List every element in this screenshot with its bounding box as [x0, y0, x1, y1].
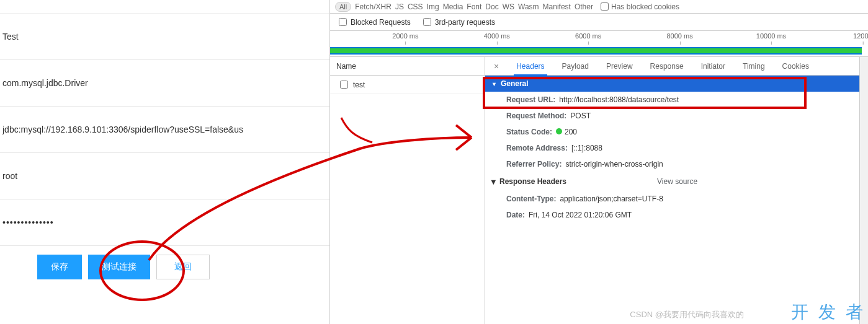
tab-timing[interactable]: Timing	[743, 62, 765, 71]
chevron-down-icon	[491, 79, 497, 88]
request-url-row: Request URL:http://localhost:8088/dataso…	[485, 92, 859, 108]
jdbc-url-field[interactable]: jdbc:mysql://192.168.9.101:3306/spiderfl…	[0, 107, 329, 153]
form-panel: Test com.mysql.jdbc.Driver jdbc:mysql://…	[0, 0, 330, 324]
name-column-header[interactable]: Name	[330, 57, 485, 76]
status-dot-icon	[556, 128, 562, 134]
detail-body: General Request URL:http://localhost:808…	[485, 76, 859, 324]
detail-tabs: × Headers Payload Preview Response Initi…	[485, 57, 859, 76]
timeline-tick: 12000	[853, 32, 868, 40]
status-code-row: Status Code:200	[485, 124, 859, 140]
request-list: Name test	[330, 57, 485, 324]
form-header	[0, 0, 329, 14]
devtools-body: Name test × Headers Payload Preview Resp…	[330, 57, 868, 324]
tab-headers[interactable]: Headers	[516, 62, 544, 71]
name-field[interactable]: Test	[0, 14, 329, 60]
filter-media[interactable]: Media	[443, 2, 463, 11]
referrer-policy-row: Referrer Policy:strict-origin-when-cross…	[485, 156, 859, 172]
request-row-label: test	[353, 81, 365, 89]
filter-all[interactable]: All	[335, 2, 351, 12]
filter-js[interactable]: JS	[395, 2, 404, 11]
button-row: 保存 测试连接 返回	[0, 246, 329, 288]
network-timeline[interactable]: 2000 ms 4000 ms 6000 ms 8000 ms 10000 ms…	[330, 31, 868, 57]
tab-response[interactable]: Response	[650, 62, 684, 71]
filter-font[interactable]: Font	[467, 2, 481, 11]
scrollbar[interactable]	[859, 57, 868, 324]
content-type-row: Content-Type:application/json;charset=UT…	[485, 191, 859, 207]
waterfall-bar	[330, 47, 862, 55]
response-headers-section[interactable]: Response HeadersView source	[485, 172, 859, 191]
filter-manifest[interactable]: Manifest	[543, 2, 571, 11]
filter-doc[interactable]: Doc	[485, 2, 498, 11]
tab-initiator[interactable]: Initiator	[701, 62, 725, 71]
has-blocked-cookies-checkbox[interactable]: Has blocked cookies	[601, 2, 679, 11]
driver-field[interactable]: com.mysql.jdbc.Driver	[0, 60, 329, 107]
save-button[interactable]: 保存	[37, 255, 82, 279]
blocked-requests-checkbox[interactable]: Blocked Requests	[339, 18, 411, 27]
filter-img[interactable]: Img	[427, 2, 439, 11]
timeline-tick: 2000 ms	[392, 32, 418, 40]
password-field[interactable]: ••••••••••••••	[0, 199, 329, 246]
watermark-csdn: CSDN @我要用代码向我喜欢的	[630, 309, 744, 320]
request-row-test[interactable]: test	[330, 76, 485, 94]
tab-preview[interactable]: Preview	[606, 62, 633, 71]
general-section-header[interactable]: General	[485, 76, 859, 92]
tab-payload[interactable]: Payload	[562, 62, 589, 71]
back-button[interactable]: 返回	[156, 255, 210, 279]
timeline-tick: 10000 ms	[756, 32, 786, 40]
username-field[interactable]: root	[0, 153, 329, 199]
timeline-tick: 8000 ms	[666, 32, 692, 40]
filter-other[interactable]: Other	[575, 2, 593, 11]
filter-checkbox-row: Blocked Requests 3rd-party requests	[330, 14, 868, 31]
close-icon[interactable]: ×	[494, 61, 499, 71]
devtools-panel: All Fetch/XHR JS CSS Img Media Font Doc …	[330, 0, 868, 324]
remote-address-row: Remote Address:[::1]:8088	[485, 140, 859, 156]
third-party-requests-checkbox[interactable]: 3rd-party requests	[423, 18, 495, 27]
watermark-devze: 开 发 者	[791, 300, 866, 324]
request-method-row: Request Method:POST	[485, 108, 859, 124]
filter-css[interactable]: CSS	[408, 2, 423, 11]
filter-ws[interactable]: WS	[503, 2, 514, 11]
request-row-checkbox[interactable]	[340, 81, 348, 89]
tab-cookies[interactable]: Cookies	[782, 62, 809, 71]
filter-wasm[interactable]: Wasm	[518, 2, 539, 11]
timeline-tick: 6000 ms	[575, 32, 601, 40]
view-source-link[interactable]: View source	[657, 177, 697, 186]
chevron-down-icon	[491, 177, 496, 186]
test-connection-button[interactable]: 测试连接	[88, 255, 150, 279]
date-row: Date:Fri, 14 Oct 2022 01:20:06 GMT	[485, 207, 859, 223]
timeline-tick: 4000 ms	[484, 32, 510, 40]
filter-fetchxhr[interactable]: Fetch/XHR	[355, 2, 391, 11]
network-filter-bar: All Fetch/XHR JS CSS Img Media Font Doc …	[330, 0, 868, 14]
request-detail: × Headers Payload Preview Response Initi…	[485, 57, 859, 324]
